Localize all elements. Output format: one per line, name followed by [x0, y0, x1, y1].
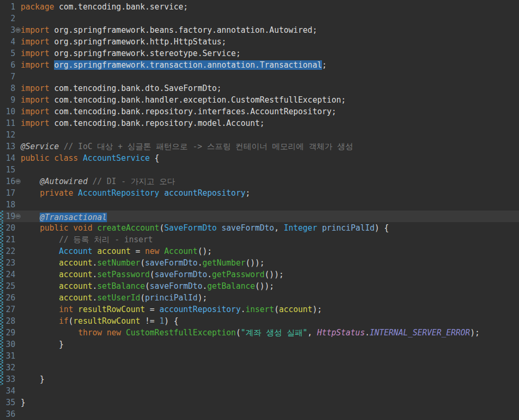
- code-line-content[interactable]: @Autowired // DI - 가지고 오다: [21, 176, 519, 187]
- line-number[interactable]: 4: [0, 36, 15, 48]
- code-line-content[interactable]: // 등록 처리 - insert: [21, 234, 519, 245]
- line-number[interactable]: 31: [0, 350, 15, 362]
- line-number[interactable]: 1: [0, 1, 15, 13]
- line-number[interactable]: 5: [0, 48, 15, 59]
- code-line-content[interactable]: import org.springframework.stereotype.Se…: [21, 48, 519, 59]
- line-number[interactable]: 21: [0, 234, 15, 245]
- line-number[interactable]: 30: [0, 339, 15, 350]
- code-line-content[interactable]: [21, 71, 519, 83]
- code-token: setNumber: [97, 258, 140, 268]
- code-token: [21, 188, 40, 198]
- code-line-content[interactable]: account.setNumber(saveFormDto.getNumber(…: [21, 257, 519, 269]
- code-line-content[interactable]: package com.tencoding.bank.service;: [21, 1, 519, 13]
- code-line: 1package com.tencoding.bank.service;: [0, 1, 519, 13]
- code-token: accountRepository: [159, 305, 241, 314]
- code-line-content[interactable]: }: [21, 397, 519, 408]
- gutter: 3: [0, 24, 21, 36]
- fold-collapse-icon[interactable]: [15, 28, 21, 33]
- line-number[interactable]: 28: [0, 315, 15, 327]
- code-token: [21, 213, 40, 222]
- code-line-content[interactable]: import com.tencoding.bank.repository.mod…: [21, 117, 519, 129]
- code-token: public: [21, 153, 49, 163]
- gutter: 2: [0, 13, 21, 24]
- code-line-content[interactable]: Account account = new Account();: [21, 245, 519, 257]
- line-number[interactable]: 10: [0, 106, 15, 117]
- code-line-content[interactable]: import com.tencoding.bank.handler.except…: [21, 94, 519, 106]
- line-number[interactable]: 3: [0, 24, 15, 36]
- code-line-content[interactable]: [21, 385, 519, 397]
- code-line-content[interactable]: [21, 164, 519, 176]
- code-line-content[interactable]: import org.springframework.http.HttpStat…: [21, 36, 519, 48]
- line-number[interactable]: 12: [0, 129, 15, 141]
- line-number[interactable]: 16: [0, 176, 15, 187]
- fold-collapse-icon[interactable]: [15, 179, 21, 184]
- code-line-content[interactable]: account.setUserId(princiPalId);: [21, 292, 519, 304]
- code-line: 21 // 등록 처리 - insert: [0, 234, 519, 245]
- line-number[interactable]: 8: [0, 83, 15, 94]
- code-line-content[interactable]: throw new CustomRestfullException("계좌 생성…: [21, 327, 519, 339]
- code-token: !=: [140, 316, 159, 326]
- code-line-content[interactable]: if(resultRowCount != 1) {: [21, 315, 519, 327]
- line-number[interactable]: 36: [0, 408, 15, 420]
- line-number[interactable]: 9: [0, 94, 15, 106]
- line-number[interactable]: 34: [0, 385, 15, 397]
- line-number[interactable]: 24: [0, 269, 15, 280]
- code-line: 12: [0, 129, 519, 141]
- code-token: // 등록 처리 - insert: [59, 235, 153, 244]
- code-line-content[interactable]: import com.tencoding.bank.repository.int…: [21, 106, 519, 117]
- line-number[interactable]: 35: [0, 397, 15, 408]
- code-line-content[interactable]: [21, 362, 519, 373]
- line-number[interactable]: 29: [0, 327, 15, 339]
- code-line-content[interactable]: [21, 408, 519, 420]
- line-number[interactable]: 19: [0, 211, 15, 222]
- code-line-content[interactable]: int resultRowCount = accountRepository.i…: [21, 304, 519, 315]
- gutter: 24: [0, 269, 21, 280]
- line-number[interactable]: 14: [0, 152, 15, 164]
- line-number[interactable]: 22: [0, 245, 15, 257]
- code-line-content[interactable]: account.setBalance(saveFormDto.getBalanc…: [21, 280, 519, 292]
- code-line-content[interactable]: @Transactional: [21, 211, 519, 222]
- code-line-content[interactable]: }: [21, 339, 519, 350]
- line-number[interactable]: 25: [0, 280, 15, 292]
- line-number[interactable]: 11: [0, 117, 15, 129]
- code-line-content[interactable]: }: [21, 373, 519, 385]
- code-token: princiPalId: [317, 223, 374, 233]
- line-number[interactable]: 18: [0, 199, 15, 211]
- code-token: .: [202, 281, 207, 291]
- line-number[interactable]: 26: [0, 292, 15, 304]
- code-line-content[interactable]: import com.tencoding.bank.dto.SaveFormDt…: [21, 83, 519, 94]
- code-token: insert: [245, 305, 274, 314]
- code-line-content[interactable]: [21, 199, 519, 211]
- line-number[interactable]: 20: [0, 222, 15, 234]
- code-token: );: [198, 293, 207, 303]
- code-line-content[interactable]: private AccountRepository accountReposit…: [21, 187, 519, 199]
- fold-collapse-icon[interactable]: [15, 214, 21, 219]
- line-number[interactable]: 23: [0, 257, 15, 269]
- code-line-content[interactable]: @Service // IoC 대상 + 싱글톤 패턴으로 -> 스프링 컨테이…: [21, 141, 519, 152]
- code-token: new: [102, 328, 121, 337]
- code-line-content[interactable]: [21, 129, 519, 141]
- line-number[interactable]: 2: [0, 13, 15, 24]
- code-line-content[interactable]: import org.springframework.beans.factory…: [21, 24, 519, 36]
- line-number[interactable]: 17: [0, 187, 15, 199]
- code-line-content[interactable]: [21, 350, 519, 362]
- code-token: resultRowCount: [73, 316, 140, 326]
- code-line-content[interactable]: public class AccountService {: [21, 152, 519, 164]
- code-token: package: [21, 2, 54, 12]
- code-token: import: [21, 25, 49, 35]
- code-line: 14public class AccountService {: [0, 152, 519, 164]
- line-number[interactable]: 13: [0, 141, 15, 152]
- line-number[interactable]: 27: [0, 304, 15, 315]
- code-line: 6import org.springframework.transaction.…: [0, 59, 519, 71]
- line-number[interactable]: 15: [0, 164, 15, 176]
- code-line-content[interactable]: account.setPassword(saveFormDto.getPassw…: [21, 269, 519, 280]
- line-number[interactable]: 32: [0, 362, 15, 373]
- code-line-content[interactable]: import org.springframework.transaction.a…: [21, 59, 519, 71]
- code-token: getPassword: [212, 270, 264, 279]
- gutter: 30: [0, 339, 21, 350]
- line-number[interactable]: 7: [0, 71, 15, 83]
- line-number[interactable]: 6: [0, 59, 15, 71]
- code-line-content[interactable]: public void createAccount(SaveFormDto sa…: [21, 222, 519, 234]
- code-line-content[interactable]: [21, 13, 519, 24]
- line-number[interactable]: 33: [0, 373, 15, 385]
